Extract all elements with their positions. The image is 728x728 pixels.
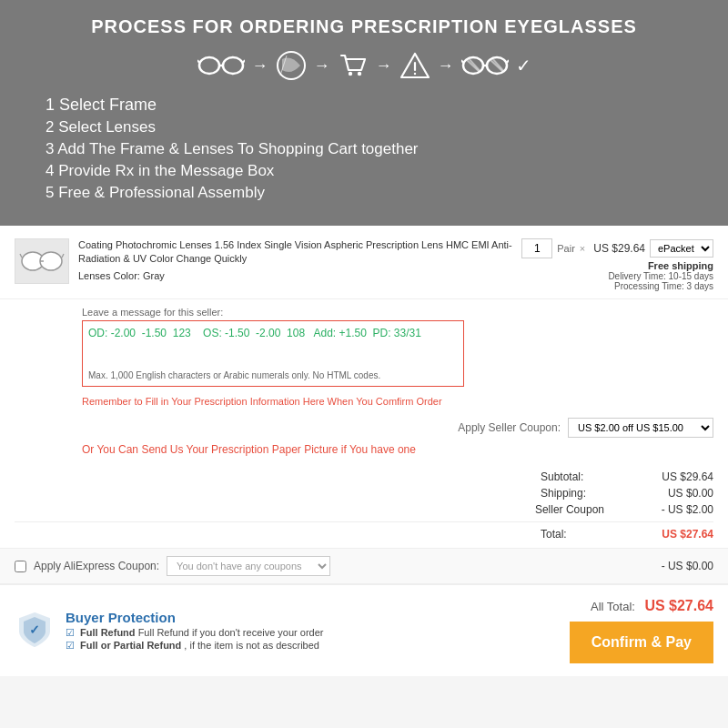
seller-coupon-row: Seller Coupon - US $2.00 (15, 501, 713, 518)
steps-icons-row: → → → → (27, 50, 701, 81)
message-area: Leave a message for this seller: OD: -2.… (0, 299, 728, 392)
total-pay-section: All Total: US $27.64 Confirm & Pay (570, 598, 713, 663)
seller-coupon-label: Apply Seller Coupon: (458, 421, 561, 434)
shipping-method-select[interactable]: ePacket (650, 239, 713, 258)
cart-icon (338, 50, 369, 81)
svg-line-16 (507, 60, 509, 63)
bp-title: Buyer Protection (66, 610, 324, 625)
check-icon-2: ☑ (66, 640, 75, 651)
lenses-color: Lenses Color: Gray (78, 270, 512, 281)
warning-icon (399, 50, 430, 81)
shield-icon: ✓ (15, 610, 55, 650)
svg-line-3 (197, 60, 199, 63)
svg-line-4 (243, 60, 245, 63)
svg-text:✓: ✓ (29, 622, 40, 637)
total-row: Total: US $27.64 (15, 526, 713, 542)
message-label: Leave a message for this seller: (82, 307, 713, 318)
ali-coupon-label: Apply AliExpress Coupon: (34, 560, 159, 572)
message-textarea[interactable]: OD: -2.00 -1.50 123 OS: -1.50 -2.00 108 … (88, 327, 458, 367)
shipping-label: Shipping: (541, 487, 604, 500)
reminder-text-1: Remember to Fill in Your Prescription In… (0, 392, 728, 409)
step-2: 2 Select Lenses (46, 118, 701, 136)
checkmark-icon: ✓ (516, 55, 531, 76)
product-image (15, 238, 69, 284)
ali-coupon-amount: - US $0.00 (662, 560, 713, 572)
ali-coupon-row: Apply AliExpress Coupon: You don't have … (0, 548, 728, 584)
total-value: US $27.64 (641, 528, 713, 541)
lens-icon (276, 50, 307, 81)
bp-text: Buyer Protection ☑ Full Refund Full Refu… (66, 610, 324, 652)
seller-coupon-summary-label: Seller Coupon (535, 503, 604, 516)
subtotal-value: US $29.64 (641, 470, 713, 483)
subtotal-row: Subtotal: US $29.64 (15, 469, 713, 485)
svg-line-15 (461, 60, 463, 63)
footer-area: ✓ Buyer Protection ☑ Full Refund Full Re… (0, 584, 728, 676)
check-icon-1: ☑ (66, 627, 75, 638)
glasses2-icon (461, 54, 509, 77)
all-total-value: US $27.64 (644, 598, 713, 613)
product-row: Coating Photochromic Lenses 1.56 Index S… (0, 226, 728, 299)
main-content: Coating Photochromic Lenses 1.56 Index S… (0, 226, 728, 676)
glasses-icon (197, 54, 245, 77)
total-label: Total: (541, 528, 604, 541)
product-price: US $29.64 (593, 242, 645, 255)
ali-coupon-select[interactable]: You don't have any coupons (167, 556, 330, 576)
shipping-row: Shipping: US $0.00 (15, 485, 713, 501)
shipping-value: US $0.00 (641, 487, 713, 500)
arrow-2: → (314, 56, 330, 76)
step-1: 1 Select Frame (46, 96, 701, 115)
message-hint: Max. 1,000 English characters or Arabic … (88, 370, 458, 380)
ali-coupon-checkbox[interactable] (15, 561, 26, 572)
header-title: PROCESS FOR ORDERING PRESCRIPTION EYEGLA… (27, 16, 701, 37)
seller-coupon-summary-value: - US $2.00 (641, 503, 713, 516)
seller-coupon-select[interactable]: US $2.00 off US $15.00 (568, 418, 713, 438)
bp-item-2: ☑ Full or Partial Refund , if the item i… (66, 640, 324, 652)
delivery-time: Delivery Time: 10-15 days (608, 271, 713, 281)
product-info: Coating Photochromic Lenses 1.56 Index S… (78, 238, 512, 281)
free-shipping-label: Free shipping (608, 260, 713, 271)
svg-point-1 (223, 57, 243, 74)
summary-divider (15, 521, 713, 522)
or-send-text: Or You Can Send Us Your Prescription Pap… (0, 441, 728, 463)
product-title: Coating Photochromic Lenses 1.56 Index S… (78, 238, 512, 267)
message-box-wrapper: OD: -2.00 -1.50 123 OS: -1.50 -2.00 108 … (82, 320, 464, 387)
summary-section: Subtotal: US $29.64 Shipping: US $0.00 S… (0, 463, 728, 548)
unit-label: Pair (557, 243, 575, 254)
header-banner: PROCESS FOR ORDERING PRESCRIPTION EYEGLA… (0, 0, 728, 226)
subtotal-label: Subtotal: (541, 470, 604, 483)
svg-line-26 (20, 254, 22, 258)
step-5: 5 Free & Professional Assembly (46, 184, 701, 202)
svg-point-11 (413, 73, 415, 75)
arrow-1: → (252, 56, 268, 76)
steps-list: 1 Select Frame 2 Select Lenses 3 Add The… (27, 96, 701, 202)
svg-line-27 (62, 254, 64, 258)
coupon-row: Apply Seller Coupon: US $2.00 off US $15… (0, 409, 728, 441)
confirm-pay-button[interactable]: Confirm & Pay (570, 622, 713, 663)
processing-time: Processing Time: 3 days (608, 281, 713, 291)
arrow-4: → (438, 56, 454, 76)
svg-point-0 (199, 57, 219, 74)
step-3: 3 Add The Frame & Lenses To Shopping Car… (46, 140, 701, 158)
all-total-row: All Total: US $27.64 (570, 598, 713, 614)
quantity-input[interactable] (521, 238, 552, 258)
svg-point-8 (357, 72, 360, 76)
step-4: 4 Provide Rx in the Message Box (46, 162, 701, 180)
buyer-protection: ✓ Buyer Protection ☑ Full Refund Full Re… (15, 610, 324, 652)
bp-item-1: ☑ Full Refund Full Refund if you don't r… (66, 627, 324, 639)
all-total-label: All Total: (591, 600, 635, 613)
arrow-3: → (376, 56, 392, 76)
svg-point-7 (348, 72, 351, 76)
